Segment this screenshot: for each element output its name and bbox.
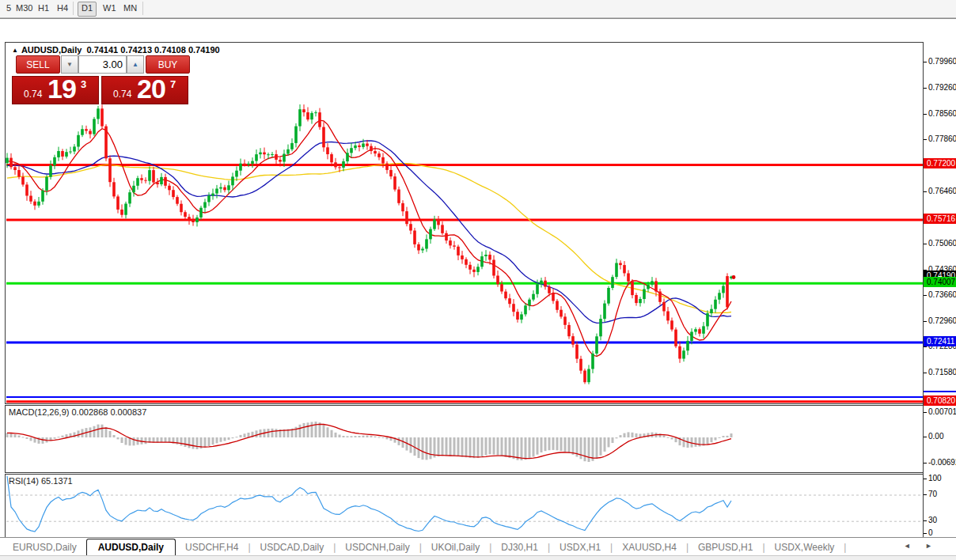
level-lines-layer xyxy=(6,165,923,401)
price-axis-label: 0.79960 xyxy=(928,57,956,66)
macd-axis-tick xyxy=(924,412,927,413)
buy-price-base: 0.74 xyxy=(113,89,131,100)
price-axis-label: 0.77860 xyxy=(928,134,956,143)
price-axis[interactable]: 0.799600.792600.785600.778600.764600.750… xyxy=(923,42,956,556)
tab-usdchf-h4[interactable]: USDCHF,H4 xyxy=(176,539,248,554)
price-axis-label: 0.75060 xyxy=(928,239,956,248)
buy-button[interactable]: BUY xyxy=(146,55,190,74)
chart-window: ▲AUDUSD,Daily 0.74141 0.74213 0.74108 0.… xyxy=(0,18,956,560)
macd-axis-label: -0.006923 xyxy=(928,458,956,467)
chart-title: ▲AUDUSD,Daily 0.74141 0.74213 0.74108 0.… xyxy=(12,45,220,55)
price-axis-tick xyxy=(924,373,927,373)
collapse-arrow-icon[interactable]: ▲ xyxy=(12,47,18,54)
buy-price-pips: 20 xyxy=(137,76,165,104)
rsi-axis-tick xyxy=(924,520,927,521)
tab-usdcad-daily[interactable]: USDCAD,Daily xyxy=(251,539,334,554)
price-axis-label: 0.71580 xyxy=(928,368,956,376)
price-pane[interactable]: ▲AUDUSD,Daily 0.74141 0.74213 0.74108 0.… xyxy=(5,42,924,404)
macd-label: MACD(12,26,9) 0.002868 0.000837 xyxy=(9,407,146,417)
price-axis-label: 0.73660 xyxy=(928,290,956,299)
tab-xauusd-h4[interactable]: XAUUSD,H4 xyxy=(613,539,686,554)
macd-axis-label: 0.007015 xyxy=(928,407,956,416)
timeframe-button-h4[interactable]: H4 xyxy=(54,2,71,15)
price-level-label: 0.72411 xyxy=(924,336,956,346)
chart-tab-bar: EURUSD,DailyAUDUSD,DailyUSDCHF,H4|USDCAD… xyxy=(0,537,956,560)
rsi-axis-tick xyxy=(924,494,927,495)
price-axis-tick xyxy=(924,191,927,192)
timeframe-button-mn[interactable]: MN xyxy=(120,2,140,15)
tab-gbpusd-h1[interactable]: GBPUSD,H1 xyxy=(689,539,762,554)
tab-usdx-weekly[interactable]: USDX,Weekly xyxy=(765,539,844,554)
moving-averages-layer xyxy=(7,120,731,356)
tab-separator: | xyxy=(844,542,846,553)
rsi-axis-label: 0 xyxy=(928,528,933,537)
macd-signal-line xyxy=(7,424,731,458)
tab-ukoil-daily[interactable]: UKOil,Daily xyxy=(422,539,489,554)
rsi-label: RSI(14) 65.1371 xyxy=(9,476,73,486)
price-level-label: 0.77200 xyxy=(924,158,956,168)
tab-eurusd-daily[interactable]: EURUSD,Daily xyxy=(3,539,86,554)
rsi-axis-tick xyxy=(924,533,927,534)
tab-usdx-h1[interactable]: USDX,H1 xyxy=(550,539,610,554)
sell-button[interactable]: SELL xyxy=(16,55,60,74)
toolbar-separator xyxy=(73,2,74,15)
macd-pane[interactable]: MACD(12,26,9) 0.002868 0.000837 xyxy=(5,405,924,473)
buy-price-tile[interactable]: 0.74 20 7 xyxy=(101,76,188,104)
rsi-axis-tick xyxy=(924,479,927,479)
rsi-pane[interactable]: RSI(14) 65.1371 xyxy=(5,474,924,542)
sell-price-point: 3 xyxy=(81,78,86,90)
current-price-dot xyxy=(732,275,736,279)
tab-scroll-arrows[interactable]: ◄ ► xyxy=(904,542,939,550)
timeframe-button-d1[interactable]: D1 xyxy=(78,2,97,17)
toolbar-separator xyxy=(142,2,143,15)
tab-audusd-daily[interactable]: AUDUSD,Daily xyxy=(86,539,176,555)
sell-price-base: 0.74 xyxy=(24,89,42,100)
price-level-label xyxy=(924,391,956,392)
rsi-axis-label: 30 xyxy=(928,516,937,524)
price-axis-label: 0.79260 xyxy=(928,83,956,92)
timeframe-button-w1[interactable]: W1 xyxy=(100,2,120,15)
price-axis-tick xyxy=(924,88,927,89)
sell-price-pips: 19 xyxy=(47,76,76,104)
price-axis-label: 0.76460 xyxy=(928,187,956,195)
price-level-label: 0.74007 xyxy=(924,277,956,287)
price-axis-tick xyxy=(924,62,927,62)
price-axis-tick xyxy=(924,321,927,322)
macd-histogram xyxy=(6,422,733,462)
macd-axis-tick xyxy=(924,437,927,437)
buy-price-point: 7 xyxy=(170,78,176,90)
price-level-label: 0.70820 xyxy=(924,395,956,406)
price-axis-tick xyxy=(924,139,927,140)
rsi-line xyxy=(7,476,731,532)
tab-bar-footer xyxy=(0,555,956,560)
chart-symbol: AUDUSD,Daily xyxy=(21,45,82,55)
volume-decrease-button[interactable]: ▼ xyxy=(61,55,78,74)
rsi-axis-label: 70 xyxy=(928,490,937,498)
price-axis-label: 0.72960 xyxy=(928,316,956,325)
chart-ohlc-values: 0.74141 0.74213 0.74108 0.74190 xyxy=(86,45,219,55)
tab-usdcnh-daily[interactable]: USDCNH,Daily xyxy=(336,539,419,554)
timeframe-toolbar: 5M30H1H4D1W1MN xyxy=(0,0,956,18)
rsi-axis-label: 100 xyxy=(928,474,942,482)
price-axis-tick xyxy=(924,114,927,115)
macd-axis-tick xyxy=(924,463,927,464)
timeframe-button-h1[interactable]: H1 xyxy=(35,2,52,15)
sell-price-tile[interactable]: 0.74 19 3 xyxy=(12,76,99,104)
rsi-canvas xyxy=(6,475,923,541)
price-axis-tick xyxy=(924,244,927,244)
price-axis-label: 0.78560 xyxy=(928,109,956,118)
volume-increase-button[interactable]: ▲ xyxy=(127,55,144,74)
price-axis-tick xyxy=(924,346,927,347)
price-axis-tick xyxy=(924,295,927,296)
price-level-label: 0.75716 xyxy=(924,214,956,224)
mt4-window: 5M30H1H4D1W1MN ▲AUDUSD,Daily 0.74141 0.7… xyxy=(0,0,956,560)
tab-dj30-h1[interactable]: DJ30,H1 xyxy=(491,539,548,554)
macd-axis-label: 0.00 xyxy=(928,432,943,441)
tab-strip: EURUSD,DailyAUDUSD,DailyUSDCHF,H4|USDCAD… xyxy=(3,539,846,555)
volume-input[interactable] xyxy=(78,55,127,74)
timeframe-button-m30[interactable]: M30 xyxy=(13,2,36,15)
